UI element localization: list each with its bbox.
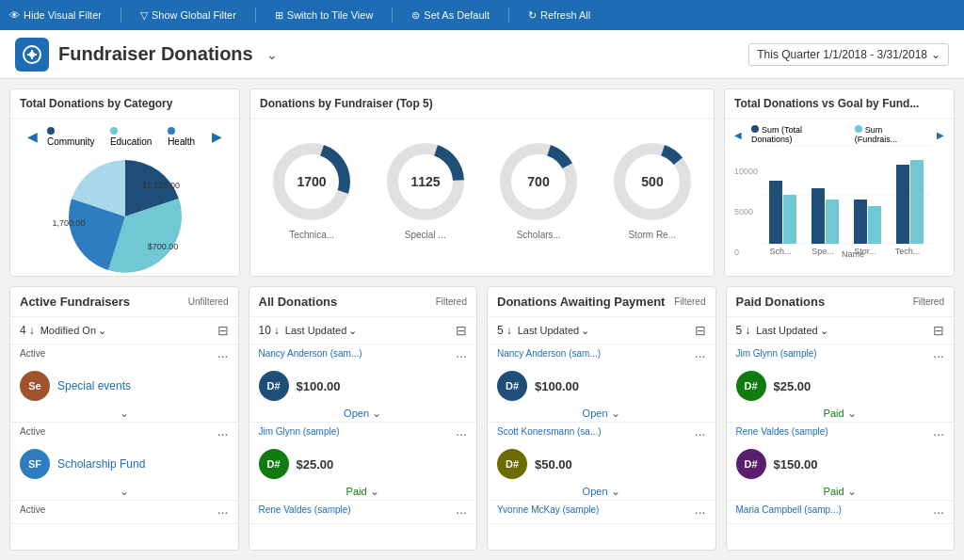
- list3-item3-more[interactable]: ···: [695, 504, 706, 520]
- refresh-all-button[interactable]: ↻ Refresh All: [528, 9, 590, 22]
- list-item: Active ··· SF Scholarship Fund ⌄: [10, 423, 238, 501]
- hide-visual-filter-button[interactable]: 👁 Hide Visual Filter: [9, 9, 102, 21]
- list1-item3-header: Active ···: [10, 501, 238, 523]
- list1-controls: 4 ↓ Modified On ⌄ ⊟: [10, 317, 238, 344]
- list1-item1-more[interactable]: ···: [217, 348, 229, 363]
- list4-item2-more[interactable]: ···: [933, 426, 944, 441]
- list3-item1-info: $100.00: [535, 379, 706, 393]
- list3-item1-more[interactable]: ···: [695, 348, 706, 363]
- total-donations-chart: Total Donations by Category ◀ Community …: [9, 88, 240, 277]
- list-item: Active ··· Se Special events ⌄: [10, 344, 238, 423]
- list1-item2-content: SF Scholarship Fund: [10, 445, 238, 483]
- bar-y-axis: 10000 5000 0: [734, 165, 758, 259]
- list1-filter-icon[interactable]: ⊟: [217, 323, 229, 338]
- list4-item3-more[interactable]: ···: [933, 504, 944, 520]
- list1-item2-expand[interactable]: ⌄: [10, 483, 238, 500]
- list1-item3-more[interactable]: ···: [217, 504, 229, 520]
- list1-item1-info: Special events: [57, 379, 229, 392]
- list2-item3-more[interactable]: ···: [456, 504, 467, 520]
- svg-text:1,700.00: 1,700.00: [52, 218, 85, 228]
- list4-item1-more[interactable]: ···: [933, 348, 944, 363]
- list3-badge: Filtered: [674, 296, 705, 307]
- list4-item3-header: Maria Campbell (samp...) ···: [727, 501, 955, 523]
- list2-item1-more[interactable]: ···: [456, 348, 467, 363]
- list2-item2-info: $25.00: [297, 457, 468, 472]
- list3-sort[interactable]: Last Updated ⌄: [518, 325, 689, 337]
- svg-text:1125: 1125: [410, 174, 440, 189]
- list2-item2-avatar: D#: [259, 449, 289, 479]
- list2-item2-header: Jim Glynn (sample) ···: [249, 423, 477, 445]
- list3-filter-icon[interactable]: ⊟: [695, 323, 706, 338]
- list2-item2-more[interactable]: ···: [456, 426, 467, 441]
- switch-tile-view-button[interactable]: ⊞ Switch to Tile View: [275, 9, 374, 22]
- svg-text:700: 700: [528, 174, 551, 189]
- toolbar: 👁 Hide Visual Filter ▽ Show Global Filte…: [0, 0, 964, 30]
- list-item: Maria Campbell (samp...) ···: [727, 501, 955, 524]
- chart1-nav-left[interactable]: ◀: [27, 129, 38, 144]
- list2-body: Nancy Anderson (sam...) ··· D# $100.00 O…: [249, 344, 477, 550]
- svg-text:500: 500: [641, 174, 664, 189]
- list4-item2-avatar: D#: [736, 449, 766, 479]
- grid-icon: ⊞: [275, 9, 283, 22]
- list1-sort-chevron: ⌄: [98, 325, 106, 337]
- list4-item2-header: Rene Valdes (sample) ···: [727, 423, 955, 445]
- list2-item1-status[interactable]: Open ⌄: [249, 405, 477, 422]
- list3-body: Nancy Anderson (sam...) ··· D# $100.00 O…: [488, 344, 715, 550]
- chart1-legend: ◀ Community Education Health ▶: [18, 122, 232, 151]
- list4-item1-status[interactable]: Paid ⌄: [727, 405, 955, 422]
- bar-nav-left[interactable]: ◀: [734, 130, 742, 140]
- list3-item2-header: Scott Konersmann (sa...) ···: [488, 423, 715, 445]
- page-header: Fundraiser Donations ⌄ This Quarter 1/1/…: [0, 30, 964, 79]
- list2-sort-chevron: ⌄: [348, 325, 357, 337]
- list1-sort[interactable]: Modified On ⌄: [40, 325, 212, 337]
- list3-item2-status[interactable]: Open ⌄: [488, 483, 715, 500]
- list2-sort[interactable]: Last Updated ⌄: [285, 325, 450, 337]
- list1-item1-expand[interactable]: ⌄: [10, 405, 238, 422]
- title-chevron-icon[interactable]: ⌄: [266, 47, 278, 62]
- list3-item1-avatar: D#: [497, 371, 527, 401]
- all-donations-list: All Donations Filtered 10 ↓ Last Updated…: [249, 286, 478, 551]
- list2-item1-header: Nancy Anderson (sam...) ···: [249, 344, 477, 367]
- list2-item2-status[interactable]: Paid ⌄: [249, 483, 477, 500]
- list1-header: Active Fundraisers Unfiltered: [10, 287, 238, 317]
- list3-item2-more[interactable]: ···: [695, 426, 706, 441]
- show-global-filter-button[interactable]: ▽ Show Global Filter: [140, 9, 236, 22]
- list2-item1-content: D# $100.00: [249, 367, 477, 405]
- list-item: Jim Glynn (sample) ··· D# $25.00 Paid ⌄: [727, 344, 955, 423]
- list3-item2-avatar: D#: [497, 449, 527, 479]
- list4-sort[interactable]: Last Updated ⌄: [756, 325, 927, 337]
- active-fundraisers-list: Active Fundraisers Unfiltered 4 ↓ Modifi…: [9, 286, 239, 551]
- list4-badge: Filtered: [913, 296, 944, 307]
- list4-item1-info: $25.00: [774, 379, 945, 393]
- svg-text:1700: 1700: [297, 174, 327, 189]
- list1-item1-header: Active ···: [10, 344, 238, 367]
- svg-rect-25: [854, 200, 867, 244]
- list4-filter-icon[interactable]: ⊟: [933, 323, 944, 338]
- pie-chart-area: $1,125.00 1,700.00 $500.00 $700.00: [18, 151, 232, 277]
- toolbar-separator-4: [508, 8, 509, 23]
- list-item: Active ···: [10, 501, 238, 524]
- chart1-nav-right[interactable]: ▶: [212, 129, 222, 144]
- list4-item2-status[interactable]: Paid ⌄: [727, 483, 955, 500]
- list1-item2-info: Scholarship Fund: [57, 457, 229, 471]
- svg-text:$500.00: $500.00: [81, 275, 112, 277]
- list2-filter-icon[interactable]: ⊟: [456, 323, 467, 338]
- header-left: Fundraiser Donations ⌄: [15, 38, 278, 72]
- svg-rect-26: [868, 206, 881, 244]
- list1-item2-more[interactable]: ···: [217, 426, 229, 441]
- svg-rect-24: [826, 200, 839, 244]
- list2-item3-header: Rene Valdes (sample) ···: [249, 501, 477, 523]
- filter-icon: ▽: [140, 9, 148, 22]
- list-item: Nancy Anderson (sam...) ··· D# $100.00 O…: [488, 344, 715, 423]
- bar-nav-right[interactable]: ▶: [937, 130, 944, 140]
- donut-item-4: 500 Storm Re...: [610, 139, 695, 240]
- list2-title: All Donations: [259, 295, 338, 309]
- list3-sort-chevron: ⌄: [581, 325, 589, 337]
- list3-item1-status[interactable]: Open ⌄: [488, 405, 715, 422]
- list-item: Nancy Anderson (sam...) ··· D# $100.00 O…: [249, 344, 477, 423]
- total-donations-vs-goal-chart: Total Donations vs Goal by Fund... ◀ Sum…: [724, 88, 955, 277]
- set-as-default-button[interactable]: ⊜ Set As Default: [411, 9, 490, 22]
- list-item: Yvonne McKay (sample) ···: [488, 501, 715, 524]
- education-legend: Education: [110, 126, 158, 147]
- date-range-selector[interactable]: This Quarter 1/1/2018 - 3/31/2018 ⌄: [748, 43, 949, 66]
